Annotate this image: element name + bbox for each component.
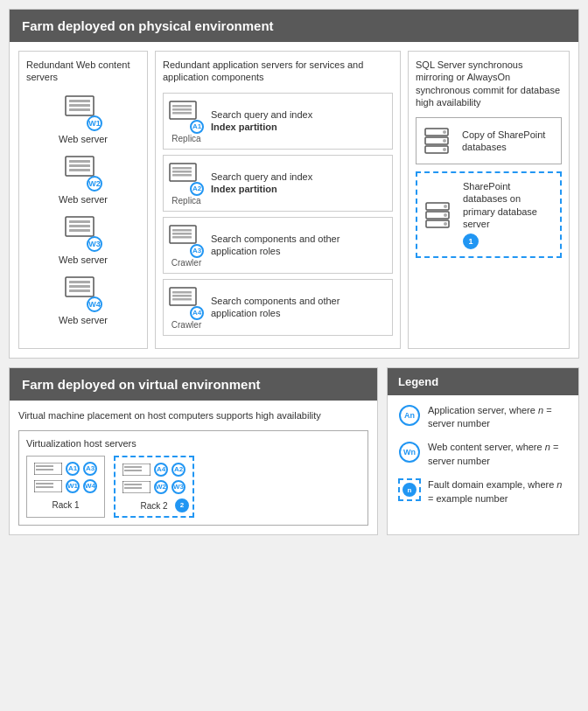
legend-app-server: An Application server, where n = server …	[398, 404, 568, 431]
app-icon-a2: A2	[169, 161, 204, 196]
sql-column: SQL Server synchronous mirroring or Alwa…	[408, 51, 570, 349]
svg-point-43	[444, 222, 447, 226]
legend-header: Legend	[388, 368, 578, 395]
svg-rect-18	[172, 108, 192, 111]
sql-primary-label: SharePoint databases on primary database…	[463, 180, 553, 230]
app-desc-a1: Search query and indexIndex partition	[211, 108, 312, 134]
svg-rect-23	[172, 174, 192, 177]
svg-rect-25	[172, 229, 192, 232]
rack1-badge-w1: W1	[66, 479, 80, 493]
svg-rect-2	[69, 104, 90, 107]
web-server-w4: W4 Web server	[26, 274, 140, 325]
svg-rect-45	[36, 465, 53, 467]
sql-primary-box: SharePoint databases on primary database…	[416, 171, 562, 258]
app-desc-a4: Search components and other application …	[211, 295, 387, 320]
sql-primary-badge: 1	[463, 234, 479, 249]
app-icon-a4: A4	[169, 285, 204, 320]
rack1-badge-a1: A1	[66, 462, 80, 476]
legend-web-server: Wn Web content server, where n = server …	[398, 441, 568, 468]
svg-rect-15	[69, 289, 90, 292]
svg-rect-6	[69, 164, 90, 167]
svg-rect-5	[69, 160, 90, 163]
svg-rect-46	[36, 469, 53, 471]
app-badge-a4: A4	[190, 306, 204, 320]
virtual-subtitle: Virtual machine placement on host comput…	[18, 409, 368, 422]
svg-rect-27	[172, 236, 192, 239]
app-sublabel-a4: Crawler	[172, 320, 201, 330]
badge-w4: W4	[87, 296, 102, 312]
rack2-badge-w3: W3	[172, 480, 186, 494]
physical-farm-body: Redundant Web content servers W1 Web ser…	[10, 42, 578, 358]
legend-web-server-text: Web content server, where n = server num…	[428, 441, 568, 468]
app-row-a1: A1 Replica Search query and indexIndex p…	[163, 93, 393, 150]
rack2-badge-w2: W2	[154, 480, 168, 494]
rack2-row2: W2 W3	[122, 480, 186, 494]
app-sublabel-a2: Replica	[172, 196, 200, 206]
web-server-label-w2: Web server	[59, 194, 108, 205]
legend-fault-domain-icon: n	[398, 478, 421, 501]
svg-rect-31	[172, 298, 192, 301]
sql-copy-box: Copy of SharePoint databases	[416, 117, 562, 164]
app-icon-a3: A3	[169, 223, 204, 258]
app-sublabel-a1: Replica	[172, 134, 200, 143]
legend-fault-domain: n Fault domain example, where n = exampl…	[398, 478, 568, 505]
rack1-label: Rack 1	[52, 500, 79, 510]
rack2-row1: A4 A2	[122, 463, 186, 477]
svg-point-41	[444, 205, 447, 208]
svg-rect-11	[69, 229, 90, 232]
svg-rect-9	[69, 220, 90, 223]
svg-rect-54	[124, 484, 142, 485]
badge-w1: W1	[87, 115, 102, 131]
legend-app-server-text: Application server, where n = server num…	[428, 404, 568, 431]
web-servers-column: Redundant Web content servers W1 Web ser…	[18, 51, 148, 349]
legend-app-server-icon: An	[398, 404, 421, 427]
svg-rect-49	[36, 486, 53, 488]
legend-app-badge: An	[399, 405, 420, 426]
web-server-icon-w2: W2	[64, 153, 102, 192]
svg-rect-3	[69, 108, 90, 111]
svg-rect-17	[172, 105, 192, 108]
bottom-row: Farm deployed on virtual environment Vir…	[9, 367, 579, 535]
legend-dashed-box: n	[398, 478, 421, 501]
rack1-row1: A1 A3	[34, 462, 97, 476]
rack2-server2-icon	[122, 481, 150, 493]
app-sublabel-a3: Crawler	[172, 258, 201, 268]
svg-point-36	[443, 139, 446, 143]
svg-rect-19	[172, 112, 192, 115]
svg-rect-29	[172, 291, 192, 294]
svg-rect-52	[124, 470, 142, 471]
app-badge-a1: A1	[190, 120, 204, 134]
svg-rect-22	[172, 171, 192, 173]
app-row-a4: A4 Crawler Search components and other a…	[163, 279, 393, 336]
badge-w2: W2	[87, 176, 102, 192]
rack2-box: A4 A2 W2 W3	[114, 456, 194, 518]
virtual-farm-header: Farm deployed on virtual environment	[10, 368, 377, 401]
legend-fault-domain-text: Fault domain example, where n = example …	[428, 478, 568, 505]
app-row-a2: A2 Replica Search query and indexIndex p…	[163, 155, 393, 212]
virtual-farm-body: Virtual machine placement on host comput…	[10, 401, 377, 534]
svg-rect-14	[69, 285, 90, 288]
virt-title: Virtualization host servers	[26, 438, 360, 449]
web-server-icon-w1: W1	[64, 93, 102, 131]
svg-point-35	[443, 130, 446, 134]
rack1-row2: W1 W4	[34, 479, 97, 493]
sql-copy-label: Copy of SharePoint databases	[462, 129, 554, 154]
web-server-w3: W3 Web server	[26, 213, 140, 265]
web-server-w2: W2 Web server	[26, 153, 140, 205]
physical-farm-header: Farm deployed on physical environment	[10, 10, 578, 42]
rack1-badge-w4: W4	[83, 479, 97, 493]
legend-title: Legend	[398, 375, 438, 388]
physical-farm-section: Farm deployed on physical environment Re…	[9, 9, 579, 359]
app-servers-column: Redundant application servers for servic…	[155, 51, 401, 349]
badge-w3: W3	[87, 236, 102, 252]
svg-rect-51	[124, 466, 142, 468]
svg-rect-1	[69, 100, 90, 102]
web-server-icon-w4: W4	[64, 274, 102, 312]
app-desc-a3: Search components and other application …	[211, 233, 387, 258]
db-copy-icon	[424, 125, 455, 157]
web-col-title: Redundant Web content servers	[26, 59, 140, 84]
legend-body: An Application server, where n = server …	[388, 395, 578, 514]
svg-point-42	[444, 213, 447, 217]
virtual-farm-title: Farm deployed on virtual environment	[22, 377, 261, 392]
web-server-label-w4: Web server	[59, 315, 108, 325]
